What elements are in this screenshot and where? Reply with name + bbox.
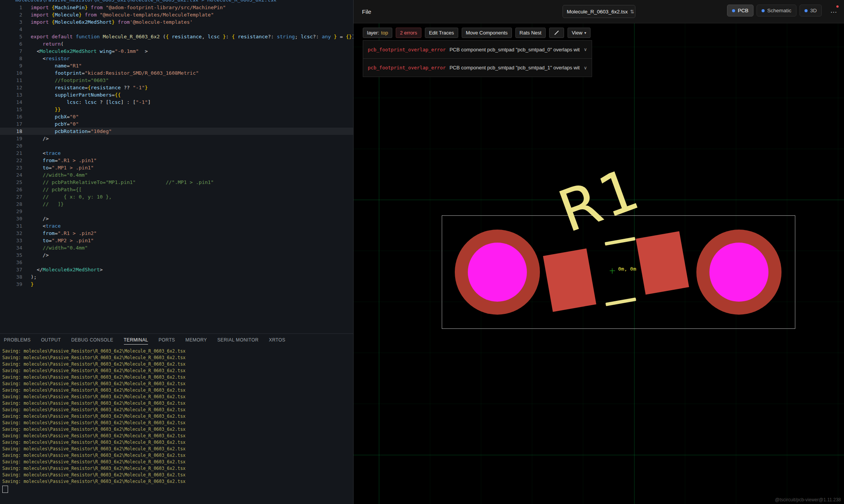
code-line[interactable]: 11 //footprint="0603" (0, 77, 353, 84)
viewer-toolbar: layer: top 2 errors Edit TracesMove Comp… (363, 28, 591, 38)
file-select[interactable]: Molecule_R_0603_6x2.tsx ⇅ (563, 5, 635, 18)
error-row[interactable]: pcb_footprint_overlap_errorPCB component… (363, 41, 592, 59)
code-text: import {Molecule6x2MedShort} from'@molec… (31, 18, 193, 26)
code-line[interactable]: 34 //width="0.4mm" (0, 244, 353, 251)
line-number: 8 (0, 55, 31, 62)
layer-button[interactable]: layer: top (363, 28, 392, 38)
file-menu[interactable]: File (362, 8, 371, 15)
panel-tab-memory[interactable]: MEMORY (186, 336, 207, 344)
code-line[interactable]: 17 pcbY="0" (0, 120, 353, 128)
panel-tab-serial-monitor[interactable]: SERIAL MONITOR (217, 336, 259, 344)
edit-traces-button[interactable]: Edit Traces (425, 28, 458, 38)
code-text: to=".MP2 > .pin1" (31, 237, 94, 244)
move-components-button[interactable]: Move Components (462, 28, 512, 38)
code-line[interactable]: 31 <trace (0, 222, 353, 230)
mode-button-schematic[interactable]: Schematic (757, 5, 796, 16)
line-number: 11 (0, 77, 31, 84)
code-line[interactable]: 7 <Molecule6x2MedShort wing="-0.1mm" > (0, 48, 353, 55)
code-text: return( (31, 40, 64, 48)
mode-button-pcb[interactable]: PCB (727, 5, 754, 16)
code-lines[interactable]: 1import {MachinePin} from "@adom-footpri… (0, 4, 353, 333)
code-line[interactable]: 33 to=".MP2 > .pin1" (0, 237, 353, 244)
code-line[interactable]: 13 supplierPartNumbers={{ (0, 91, 353, 99)
draw-trace-button[interactable] (549, 28, 564, 38)
code-line[interactable]: 22 from=".R1 > .pin1" (0, 157, 353, 164)
code-line[interactable]: 26 // pcbPath={[ (0, 186, 353, 193)
more-menu-button[interactable]: … (830, 7, 837, 14)
code-line[interactable]: 4 (0, 26, 353, 33)
code-line[interactable]: 29 (0, 208, 353, 215)
ellipsis-icon: … (830, 7, 837, 14)
code-text: ); (31, 273, 37, 281)
line-number: 4 (0, 26, 31, 33)
code-line[interactable]: 1import {MachinePin} from "@adom-footpri… (0, 4, 353, 11)
line-number: 39 (0, 281, 31, 288)
code-line[interactable]: 2import {Molecule} from "@molecule-templ… (0, 11, 353, 18)
panel-tab-output[interactable]: OUTPUT (41, 336, 61, 344)
terminal-panel[interactable]: Saving: molecules\Passive_Resistor\R_060… (0, 348, 353, 504)
panel-tab-xrtos[interactable]: XRTOS (269, 336, 285, 344)
chevron-down-icon[interactable]: ∨ (584, 47, 587, 52)
line-number: 17 (0, 120, 31, 128)
code-line[interactable]: 14 lcsc: lcsc ? [lcsc] : ["-1"] (0, 99, 353, 106)
terminal-line: Saving: molecules\Passive_Resistor\R_060… (2, 472, 353, 478)
code-line[interactable]: 39} (0, 281, 353, 288)
code-line[interactable]: 20 (0, 142, 353, 149)
code-line[interactable]: 5export default function Molecule_R_0603… (0, 33, 353, 40)
line-number: 33 (0, 237, 31, 244)
terminal-line: Saving: molecules\Passive_Resistor\R_060… (2, 459, 353, 465)
code-line[interactable]: 10 footprint="kicad:Resistor_SMD/R_0603_… (0, 69, 353, 77)
code-text: pcbX="0" (31, 113, 79, 120)
breadcrumb-text: molecules\Passive_Resistor\R_0603_6x2\Mo… (0, 0, 353, 3)
code-line[interactable]: 30 /> (0, 215, 353, 222)
terminal-line: Saving: molecules\Passive_Resistor\R_060… (2, 381, 353, 387)
terminal-line: Saving: molecules\Passive_Resistor\R_060… (2, 452, 353, 459)
error-message: PCB component pcb_smtpad "pcb_smtpad_0" … (449, 47, 580, 53)
code-line[interactable]: 18 pcbRotation="10deg" (0, 128, 353, 135)
mode-dot-icon (732, 9, 735, 12)
panel-tab-terminal[interactable]: TERMINAL (124, 336, 148, 345)
code-line[interactable]: 38); (0, 273, 353, 281)
terminal-line: Saving: molecules\Passive_Resistor\R_060… (2, 433, 353, 439)
code-line[interactable]: 16 pcbX="0" (0, 113, 353, 120)
code-line[interactable]: 6 return( (0, 40, 353, 48)
pcb-viewer[interactable]: R1 0m, 0m @tscircuit/pcb-viewer@1.11.238… (353, 0, 844, 504)
code-line[interactable]: 32 from=".R1 > .pin2" (0, 230, 353, 237)
code-text: // pcbPath={[ (31, 186, 82, 193)
view-mode-group: PCBSchematic3D (727, 5, 822, 16)
terminal-line: Saving: molecules\Passive_Resistor\R_060… (2, 348, 353, 355)
plated-hole-right[interactable] (696, 230, 781, 315)
line-number: 37 (0, 266, 31, 273)
code-line[interactable]: 12 resistance={resistance ?? "-1"} (0, 84, 353, 91)
code-line[interactable]: 3import {Molecule6x2MedShort} from'@mole… (0, 18, 353, 26)
code-line[interactable]: 24 //width="0.4mm" (0, 171, 353, 179)
code-line[interactable]: 19 /> (0, 135, 353, 142)
code-line[interactable]: 8 <resistor (0, 55, 353, 62)
chevron-down-icon[interactable]: ∨ (584, 65, 587, 71)
code-line[interactable]: 27 // { x: 0, y: 10 }, (0, 193, 353, 200)
view-menu-button[interactable]: View ▾ (568, 28, 591, 38)
code-line[interactable]: 37 </Molecule6x2MedShort> (0, 266, 353, 273)
errors-button[interactable]: 2 errors (396, 28, 421, 38)
code-line[interactable]: 15 }} (0, 106, 353, 113)
mode-button-3d[interactable]: 3D (800, 5, 822, 16)
error-row[interactable]: pcb_footprint_overlap_errorPCB component… (363, 59, 592, 77)
code-line[interactable]: 35 /> (0, 251, 353, 259)
panel-tab-debug-console[interactable]: DEBUG CONSOLE (71, 336, 114, 344)
panel-tab-ports[interactable]: PORTS (158, 336, 175, 344)
code-line[interactable]: 9 name="R1" (0, 62, 353, 69)
plated-hole-left[interactable] (455, 230, 540, 315)
code-text: import {Molecule} from "@molecule-templa… (31, 11, 214, 18)
rats-nest-button[interactable]: Rats Nest (515, 28, 546, 38)
code-line[interactable]: 28 // ]} (0, 200, 353, 208)
code-line[interactable]: 21 <trace (0, 149, 353, 157)
code-line[interactable]: 36 (0, 259, 353, 266)
panel-tabs: PROBLEMSOUTPUTDEBUG CONSOLETERMINALPORTS… (0, 333, 353, 346)
code-line[interactable]: 25 // pcbPathRelativeTo="MP1.pin1" //".M… (0, 179, 353, 186)
code-text: //width="0.4mm" (31, 244, 88, 251)
code-line[interactable]: 23 to=".MP1 > .pin1" (0, 164, 353, 171)
panel-tab-problems[interactable]: PROBLEMS (4, 336, 31, 344)
error-message: PCB component pcb_smtpad "pcb_smtpad_1" … (449, 65, 580, 71)
code-text: // pcbPathRelativeTo="MP1.pin1" //".MP1 … (31, 179, 214, 186)
code-text: <trace (31, 222, 61, 230)
